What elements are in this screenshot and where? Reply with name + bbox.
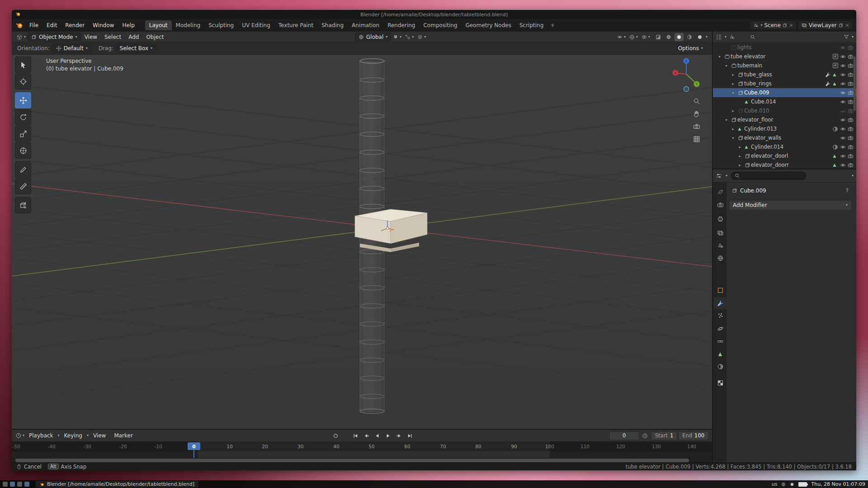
eye-icon[interactable] xyxy=(840,72,846,78)
outliner-row[interactable]: ▾ elevator_floor xyxy=(713,115,856,124)
move-tool-button[interactable] xyxy=(15,92,31,108)
disclosure-icon[interactable]: ▾ xyxy=(717,55,722,59)
disclosure-icon[interactable]: ▾ xyxy=(730,91,736,95)
disclosure-icon[interactable]: ▸ xyxy=(730,73,736,77)
launcher-icon[interactable] xyxy=(10,482,15,487)
proportional-editing-dropdown[interactable]: ▾ xyxy=(417,34,426,40)
menu-window[interactable]: Window xyxy=(89,20,118,30)
eye-icon[interactable] xyxy=(840,135,846,141)
display-mode-icon[interactable] xyxy=(729,34,735,40)
eye-icon[interactable] xyxy=(840,162,846,168)
jump-to-start-button[interactable] xyxy=(351,432,361,440)
tab-layout[interactable]: Layout xyxy=(145,20,172,30)
annotate-tool-button[interactable] xyxy=(15,161,31,178)
camera-icon[interactable] xyxy=(848,54,854,60)
battery-icon[interactable] xyxy=(798,482,807,487)
outliner-row[interactable]: ▲ Cube.014 xyxy=(713,97,856,106)
add-modifier-button[interactable]: Add Modifier ▾ xyxy=(729,200,852,210)
window-titlebar[interactable]: Blender [/home/amalie/Desktop/blender/ta… xyxy=(12,10,856,19)
previous-keyframe-button[interactable] xyxy=(362,432,372,440)
tab-world[interactable] xyxy=(714,252,726,264)
tab-render[interactable] xyxy=(714,199,726,211)
transform-tool-button[interactable] xyxy=(15,142,31,159)
menu-playback[interactable]: Playback xyxy=(25,431,57,440)
menu-select[interactable]: Select xyxy=(101,33,125,42)
collection-checkbox[interactable]: ✓ xyxy=(833,63,838,68)
select-box-tool-button[interactable] xyxy=(15,56,31,73)
volume-icon[interactable] xyxy=(790,482,794,487)
outliner-row[interactable]: ▸ elevator_doorl ▲ xyxy=(713,151,856,160)
taskbar-window-button[interactable]: Blender [/home/amalie/Desktop/blender/ta… xyxy=(36,481,198,488)
playhead[interactable]: 0 xyxy=(188,442,200,450)
current-frame-field[interactable]: 0 xyxy=(609,432,639,440)
menu-view-timeline[interactable]: View xyxy=(90,431,109,440)
scale-tool-button[interactable] xyxy=(15,126,31,142)
menu-file[interactable]: File xyxy=(25,20,42,30)
menu-add[interactable]: Add xyxy=(125,33,142,42)
camera-icon[interactable] xyxy=(848,108,854,114)
tab-sculpting[interactable]: Sculpting xyxy=(204,20,238,30)
visibility-dropdown[interactable]: ▾ xyxy=(617,34,626,40)
camera-icon[interactable] xyxy=(848,90,854,96)
gizmos-dropdown[interactable]: ▾ xyxy=(629,34,638,40)
editor-type-properties-icon[interactable] xyxy=(716,173,722,179)
taskbar-clock[interactable]: Thu, 28 Nov 01:07:09 xyxy=(811,481,865,487)
eye-icon[interactable] xyxy=(840,63,846,69)
disclosure-icon[interactable]: ▸ xyxy=(737,154,743,158)
zoom-icon[interactable] xyxy=(693,98,700,105)
unlink-scene-icon[interactable] xyxy=(789,23,793,28)
menu-render[interactable]: Render xyxy=(61,20,89,30)
tab-compositing[interactable]: Compositing xyxy=(419,20,461,30)
launcher-icon[interactable] xyxy=(17,482,22,487)
outliner-row-active[interactable]: ▾ Cube.009 xyxy=(713,88,856,97)
camera-icon[interactable] xyxy=(848,99,854,105)
blender-menu-icon[interactable] xyxy=(15,21,24,29)
snap-target-dropdown[interactable]: ▾ xyxy=(405,34,414,40)
tab-scripting[interactable]: Scripting xyxy=(515,20,547,30)
outliner-search-button[interactable] xyxy=(750,34,755,40)
timeline-scrollbar-thumb[interactable] xyxy=(15,459,689,462)
gizmo-negz-axis[interactable] xyxy=(684,87,689,92)
disclosure-icon[interactable]: ▸ xyxy=(730,127,736,131)
disclosure-icon[interactable]: ▾ xyxy=(723,118,729,122)
outliner-row[interactable]: ▸ tube_glass ▲ xyxy=(713,70,856,79)
modifier-wrench-icon[interactable] xyxy=(825,72,831,78)
shading-solid-button[interactable] xyxy=(675,33,684,41)
pin-icon[interactable] xyxy=(844,188,850,193)
eye-icon[interactable] xyxy=(840,126,846,132)
camera-icon[interactable] xyxy=(848,63,854,69)
disclosure-icon[interactable]: ▸ xyxy=(737,145,743,149)
use-preview-range-button[interactable] xyxy=(640,432,650,440)
auto-keying-button[interactable] xyxy=(331,432,341,440)
material-icon[interactable] xyxy=(832,126,838,132)
outliner-row[interactable]: lights xyxy=(713,43,856,52)
overlays-dropdown[interactable]: ▾ xyxy=(642,34,650,40)
camera-icon[interactable] xyxy=(848,162,854,168)
add-workspace-button[interactable]: + xyxy=(547,20,557,30)
tab-scene[interactable] xyxy=(714,239,726,251)
keyboard-layout-indicator[interactable]: us xyxy=(772,481,778,487)
new-scene-icon[interactable] xyxy=(783,23,787,28)
jump-to-end-button[interactable] xyxy=(405,432,415,440)
remove-viewlayer-icon[interactable] xyxy=(845,23,849,28)
drag-setting-dropdown[interactable]: Select Box ▾ xyxy=(116,44,156,53)
tab-texture-paint[interactable]: Texture Paint xyxy=(274,20,317,30)
ortho-grid-icon[interactable] xyxy=(693,136,700,143)
xray-toggle[interactable] xyxy=(654,33,663,41)
tab-animation[interactable]: Animation xyxy=(348,20,383,30)
new-viewlayer-icon[interactable] xyxy=(839,23,843,28)
tab-tool[interactable] xyxy=(714,186,726,197)
tab-particles[interactable] xyxy=(714,310,726,321)
disclosure-icon[interactable]: ▾ xyxy=(723,64,729,68)
shading-wireframe-button[interactable] xyxy=(664,33,673,41)
camera-icon[interactable] xyxy=(848,153,854,159)
editor-type-outliner-icon[interactable] xyxy=(716,34,722,40)
outliner-row[interactable]: ▸ tube_rings ▲ xyxy=(713,79,856,88)
play-button[interactable] xyxy=(383,432,393,440)
menu-view[interactable]: View xyxy=(81,33,101,42)
camera-icon[interactable] xyxy=(848,126,854,132)
tab-geometry-nodes[interactable]: Geometry Nodes xyxy=(462,20,515,30)
eye-icon[interactable] xyxy=(840,45,846,51)
frame-start-field[interactable]: Start 1 xyxy=(651,432,677,440)
eye-icon[interactable] xyxy=(840,90,846,96)
